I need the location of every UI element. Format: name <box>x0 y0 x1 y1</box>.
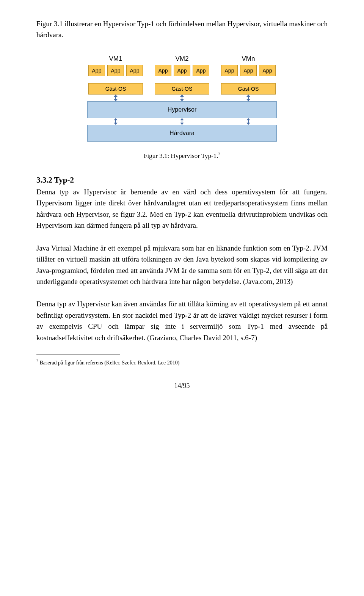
guest-os-box: Gäst-OS <box>155 83 209 95</box>
footnote: 2 Baserad på figur från referens (Keller… <box>36 358 328 367</box>
arrow-icon <box>182 95 182 101</box>
page: Figur 3.1 illustrerar en Hypervisor Typ-… <box>0 0 364 405</box>
app-box: App <box>107 65 124 76</box>
app-box: App <box>259 65 276 76</box>
vm-row: VM1 App App App Gäst-OS VM2 App App App <box>87 55 277 95</box>
footnote-text: Baserad på figur från referens (Keller, … <box>38 360 179 366</box>
hardware-row: Hårdvara <box>87 125 277 142</box>
hypervisor-box: Hypervisor <box>87 101 277 118</box>
intro-paragraph: Figur 3.1 illustrerar en Hypervisor Typ-… <box>36 18 328 41</box>
app-box: App <box>174 65 190 76</box>
guest-os-box: Gäst-OS <box>221 83 276 95</box>
arrow-icon <box>182 118 182 125</box>
diagram: VM1 App App App Gäst-OS VM2 App App App <box>87 55 277 142</box>
caption-text: Figur 3.1: Hypervisor Typ-1. <box>144 152 218 159</box>
vm-n: VMn App App App Gäst-OS <box>220 55 277 95</box>
figure-caption: Figur 3.1: Hypervisor Typ-1.2 <box>144 151 220 161</box>
apps: App App App <box>88 65 143 76</box>
apps: App App App <box>221 65 276 76</box>
guest-os-box: Gäst-OS <box>88 83 143 95</box>
hardware-box: Hårdvara <box>87 125 277 142</box>
section-heading: 3.3.2 Typ-2 <box>36 175 328 185</box>
app-box: App <box>155 65 171 76</box>
section-paragraph-2: Java Virtual Machine är ett exempel på m… <box>36 243 328 287</box>
caption-footnote-ref: 2 <box>218 151 220 156</box>
vm-label: VM2 <box>176 55 189 63</box>
app-box: App <box>88 65 105 76</box>
app-box: App <box>221 65 238 76</box>
section-paragraph-1: Denna typ av Hypervisor är beroende av e… <box>36 186 328 231</box>
arrow-icon <box>248 118 249 125</box>
figure-3-1: VM1 App App App Gäst-OS VM2 App App App <box>36 55 328 161</box>
arrow-icon <box>115 95 116 101</box>
app-box: App <box>193 65 209 76</box>
app-box: App <box>240 65 257 76</box>
section-paragraph-3: Denna typ av Hypervisor kan även använda… <box>36 298 328 343</box>
vm-label: VM1 <box>109 55 122 63</box>
apps: App App App <box>155 65 209 76</box>
app-box: App <box>126 65 143 76</box>
hypervisor-row: Hypervisor <box>87 101 277 118</box>
vm-2: VM2 App App App Gäst-OS <box>154 55 210 95</box>
footnote-rule <box>36 355 120 355</box>
arrow-icon <box>248 95 249 101</box>
vm-label: VMn <box>242 55 255 63</box>
vm-1: VM1 App App App Gäst-OS <box>87 55 144 95</box>
page-number: 14/95 <box>36 382 328 390</box>
arrow-icon <box>115 118 116 125</box>
